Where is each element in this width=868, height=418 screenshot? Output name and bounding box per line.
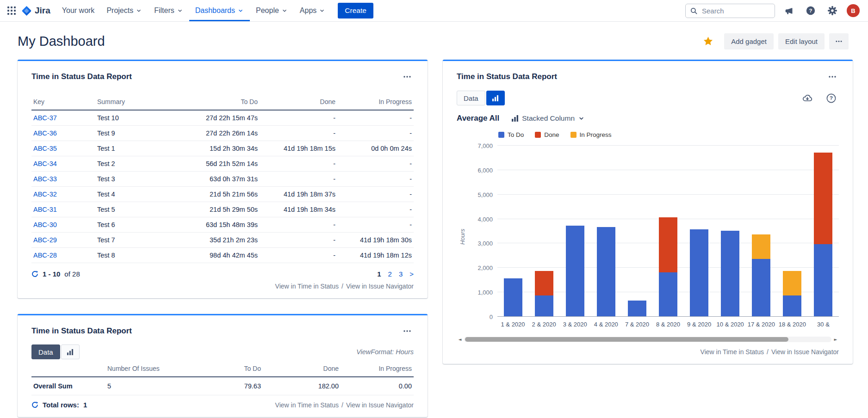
chart-legend: To DoDoneIn Progress bbox=[498, 131, 839, 138]
stacked-column-chart: To DoDoneIn Progress Hours 01,0002,0003,… bbox=[457, 131, 839, 343]
chart-type-dropdown[interactable]: Stacked Column bbox=[508, 114, 588, 123]
bar-segment bbox=[597, 227, 615, 316]
issue-key-link[interactable]: ABC-37 bbox=[33, 114, 57, 122]
y-axis-tick: 2,000 bbox=[477, 264, 493, 271]
nav-item-filters[interactable]: Filters bbox=[148, 0, 189, 21]
gadget-footer: View in Time in Status / View in Issue N… bbox=[457, 348, 839, 356]
nav-item-dashboards[interactable]: Dashboards bbox=[189, 0, 250, 21]
table-row: ABC-32Test 421d 5h 21m 56s41d 19h 18m 37… bbox=[31, 187, 414, 202]
gadget-more-icon[interactable] bbox=[401, 70, 414, 83]
gadget-more-icon[interactable] bbox=[826, 70, 839, 83]
gadget-title: Time in Status Data Report bbox=[457, 72, 557, 81]
pagination-pages: 123> bbox=[377, 270, 414, 278]
download-icon[interactable] bbox=[800, 90, 815, 106]
next-page-button[interactable]: > bbox=[409, 270, 414, 278]
issue-key-link[interactable]: ABC-28 bbox=[33, 252, 57, 259]
view-in-issue-navigator-link[interactable]: View in Issue Navigator bbox=[771, 348, 839, 356]
chevron-down-icon bbox=[136, 7, 142, 14]
column-header: Number Of Issues bbox=[105, 361, 182, 377]
view-toggle: Data bbox=[457, 91, 505, 105]
issue-key-link[interactable]: ABC-29 bbox=[33, 236, 57, 244]
bar-slot bbox=[808, 146, 839, 317]
announcements-icon[interactable] bbox=[782, 4, 796, 18]
view-in-time-in-status-link[interactable]: View in Time in Status bbox=[275, 283, 339, 290]
page-number-link[interactable]: 2 bbox=[388, 270, 392, 278]
bar-slot bbox=[559, 146, 590, 317]
bar-segment bbox=[535, 271, 553, 295]
table-row: ABC-36Test 927d 22h 26m 14s-- bbox=[31, 126, 414, 141]
table-row: ABC-30Test 663d 15h 48m 39s-- bbox=[31, 217, 414, 233]
view-in-time-in-status-link[interactable]: View in Time in Status bbox=[701, 348, 764, 356]
nav-item-people[interactable]: People bbox=[250, 0, 294, 21]
nav-item-your-work[interactable]: Your work bbox=[56, 0, 101, 21]
table-header-row: KeySummaryTo DoDoneIn Progress bbox=[31, 95, 414, 110]
bar-stack bbox=[783, 271, 801, 316]
favorite-star-icon[interactable] bbox=[700, 35, 717, 48]
search-box[interactable] bbox=[685, 4, 775, 18]
search-input[interactable] bbox=[701, 6, 770, 15]
scroll-track[interactable] bbox=[464, 337, 831, 342]
data-view-button[interactable]: Data bbox=[31, 344, 60, 359]
jira-logo-icon bbox=[21, 6, 32, 16]
page-title: My Dashboard bbox=[18, 34, 105, 49]
chart-scrollbar[interactable]: ◄ ► bbox=[457, 336, 839, 343]
issue-key-link[interactable]: ABC-33 bbox=[33, 175, 57, 183]
page-number-link[interactable]: 1 bbox=[377, 270, 381, 278]
help-circle-icon[interactable]: ? bbox=[824, 91, 839, 106]
view-toggle: Data bbox=[31, 344, 80, 359]
legend-item[interactable]: To Do bbox=[498, 131, 524, 138]
issue-key-link[interactable]: ABC-30 bbox=[33, 221, 57, 228]
bar-chart-icon bbox=[492, 95, 499, 102]
sum-table: Number Of Issues To Do Done In Progress … bbox=[31, 361, 414, 395]
issue-key-link[interactable]: ABC-36 bbox=[33, 129, 57, 137]
scroll-right-icon[interactable]: ► bbox=[832, 336, 839, 343]
total-rows-label: Total rows: bbox=[43, 401, 79, 409]
refresh-icon[interactable] bbox=[31, 401, 38, 408]
table-row: ABC-37Test 1027d 22h 15m 47s-- bbox=[31, 110, 414, 126]
help-icon[interactable]: ? bbox=[803, 3, 818, 18]
gadget-time-in-status-chart: Time in Status Data Report Data bbox=[443, 60, 853, 364]
gadget-more-icon[interactable] bbox=[401, 325, 414, 338]
scroll-left-icon[interactable]: ◄ bbox=[457, 336, 463, 343]
chart-view-button[interactable] bbox=[61, 344, 80, 359]
bar-stack bbox=[690, 229, 708, 316]
pagination-total: of 28 bbox=[64, 270, 80, 278]
table-row: ABC-34Test 256d 21h 52m 14s-- bbox=[31, 156, 414, 172]
legend-item[interactable]: Done bbox=[535, 131, 559, 138]
chevron-down-icon bbox=[281, 7, 288, 14]
nav-item-apps[interactable]: Apps bbox=[294, 0, 331, 21]
nav-item-projects[interactable]: Projects bbox=[100, 0, 148, 21]
view-in-issue-navigator-link[interactable]: View in Issue Navigator bbox=[346, 401, 414, 409]
x-axis-label: 1 & 2020 bbox=[497, 321, 528, 328]
app-switcher-icon[interactable] bbox=[5, 4, 19, 18]
dashboard-more-button[interactable] bbox=[829, 33, 849, 49]
create-button[interactable]: Create bbox=[338, 3, 373, 18]
x-axis-label: 8 & 2020 bbox=[652, 321, 683, 328]
jira-logo[interactable]: Jira bbox=[21, 6, 50, 16]
gadget-time-in-status-table: Time in Status Data Report KeySummaryTo … bbox=[18, 60, 428, 298]
x-axis-label: 2 & 2020 bbox=[528, 321, 559, 328]
bar-slot bbox=[684, 146, 715, 317]
data-view-button[interactable]: Data bbox=[457, 91, 485, 105]
edit-layout-button[interactable]: Edit layout bbox=[778, 33, 825, 49]
issue-key-link[interactable]: ABC-31 bbox=[33, 206, 57, 213]
chart-view-button[interactable] bbox=[486, 91, 505, 105]
bar-slot bbox=[746, 146, 777, 317]
legend-item[interactable]: In Progress bbox=[570, 131, 612, 138]
issue-key-link[interactable]: ABC-32 bbox=[33, 191, 57, 198]
avatar[interactable]: B bbox=[847, 4, 860, 17]
x-axis-label: 7 & 2020 bbox=[621, 321, 652, 328]
settings-gear-icon[interactable] bbox=[825, 3, 840, 18]
refresh-icon[interactable] bbox=[31, 270, 38, 277]
issue-key-link[interactable]: ABC-34 bbox=[33, 160, 57, 167]
add-gadget-button[interactable]: Add gadget bbox=[724, 33, 774, 49]
view-in-time-in-status-link[interactable]: View in Time in Status bbox=[275, 401, 339, 409]
issue-key-link[interactable]: ABC-35 bbox=[33, 145, 57, 152]
view-in-issue-navigator-link[interactable]: View in Issue Navigator bbox=[346, 283, 414, 290]
bar-stack bbox=[597, 227, 615, 316]
page-number-link[interactable]: 3 bbox=[399, 270, 403, 278]
table-row: ABC-28Test 898d 4h 42m 45s-41d 19h 18m 1… bbox=[31, 248, 414, 263]
x-axis-label: 10 & 2020 bbox=[715, 321, 746, 328]
scroll-thumb[interactable] bbox=[465, 337, 788, 342]
y-axis-tick: 7,000 bbox=[477, 142, 493, 149]
